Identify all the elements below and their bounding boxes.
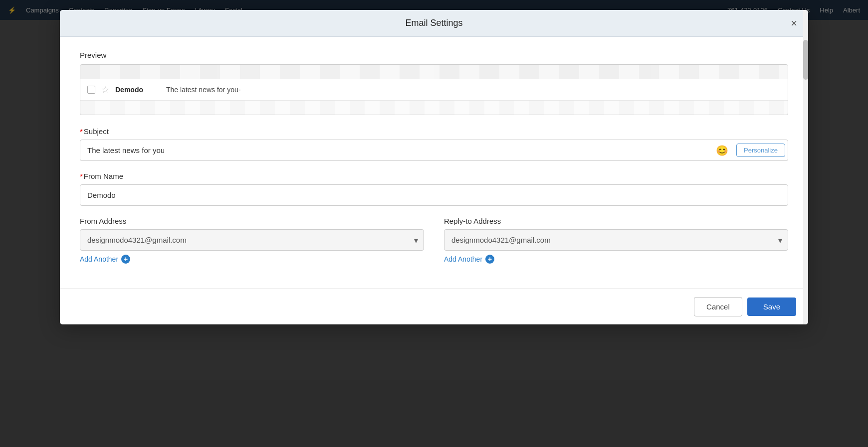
personalize-button[interactable]: Personalize bbox=[736, 144, 785, 157]
preview-label: Preview bbox=[80, 51, 788, 59]
from-address-label: From Address bbox=[80, 217, 424, 225]
from-name-label-text: From Name bbox=[84, 172, 123, 180]
from-address-select[interactable]: designmodo4321@gmail.com bbox=[80, 229, 424, 251]
from-address-select-wrapper: designmodo4321@gmail.com ▾ bbox=[80, 229, 424, 251]
scroll-thumb[interactable] bbox=[803, 40, 808, 80]
preview-blurred-top bbox=[80, 65, 788, 79]
reply-to-address-add-another-label: Add Another bbox=[444, 255, 482, 263]
modal-header: Email Settings × bbox=[60, 10, 808, 37]
reply-to-address-add-circle-icon: + bbox=[485, 255, 494, 264]
subject-input-wrapper: 😊 Personalize bbox=[80, 140, 788, 161]
subject-label: * Subject bbox=[80, 127, 788, 136]
from-name-required-star: * bbox=[80, 172, 83, 180]
reply-to-address-select-wrapper: designmodo4321@gmail.com ▾ bbox=[444, 229, 788, 251]
preview-checkbox bbox=[87, 86, 95, 94]
reply-to-address-group: Reply-to Address designmodo4321@gmail.co… bbox=[444, 217, 788, 264]
reply-to-address-select[interactable]: designmodo4321@gmail.com bbox=[444, 229, 788, 251]
preview-subject: The latest news for you- bbox=[166, 86, 240, 94]
modal-overlay: Email Settings × Preview ☆ Demodo The la… bbox=[0, 0, 868, 447]
modal-body: Preview ☆ Demodo The latest news for you… bbox=[60, 37, 808, 289]
modal-title: Email Settings bbox=[405, 18, 462, 28]
preview-star-icon: ☆ bbox=[101, 84, 109, 95]
preview-email-row: ☆ Demodo The latest news for you- bbox=[80, 79, 788, 101]
from-name-label: * From Name bbox=[80, 172, 788, 180]
emoji-icon[interactable]: 😊 bbox=[716, 145, 728, 156]
from-name-input-wrapper bbox=[80, 184, 788, 206]
address-section: From Address designmodo4321@gmail.com ▾ … bbox=[80, 217, 788, 275]
from-name-field-group: * From Name bbox=[80, 172, 788, 206]
modal-footer: Cancel Save bbox=[60, 289, 808, 324]
from-address-add-circle-icon: + bbox=[121, 255, 130, 264]
subject-required-star: * bbox=[80, 127, 83, 136]
preview-blurred-bottom bbox=[80, 101, 788, 115]
preview-box: ☆ Demodo The latest news for you- bbox=[80, 64, 788, 115]
reply-to-address-label: Reply-to Address bbox=[444, 217, 788, 225]
modal-close-button[interactable]: × bbox=[789, 16, 799, 31]
preview-section: Preview ☆ Demodo The latest news for you… bbox=[80, 51, 788, 115]
cancel-button[interactable]: Cancel bbox=[694, 297, 742, 316]
from-address-group: From Address designmodo4321@gmail.com ▾ … bbox=[80, 217, 424, 264]
subject-label-text: Subject bbox=[84, 127, 109, 136]
reply-to-address-add-another-link[interactable]: Add Another + bbox=[444, 255, 494, 264]
from-address-add-another-label: Add Another bbox=[80, 255, 118, 263]
preview-sender: Demodo bbox=[115, 86, 160, 94]
from-name-input[interactable] bbox=[80, 184, 788, 206]
email-settings-modal: Email Settings × Preview ☆ Demodo The la… bbox=[60, 10, 808, 324]
subject-input[interactable] bbox=[80, 140, 788, 161]
save-button[interactable]: Save bbox=[747, 298, 796, 316]
from-address-add-another-link[interactable]: Add Another + bbox=[80, 255, 130, 264]
scroll-track bbox=[803, 10, 808, 324]
subject-field-group: * Subject 😊 Personalize bbox=[80, 127, 788, 161]
